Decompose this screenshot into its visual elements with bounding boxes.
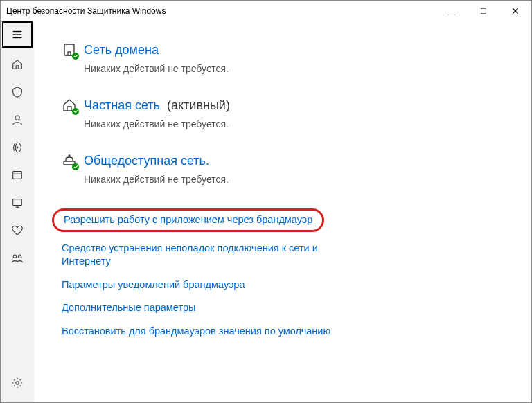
firewall-links: Разрешить работу с приложением через бра… (62, 208, 517, 338)
status-ok-badge (72, 108, 79, 115)
svg-rect-7 (13, 199, 22, 206)
link-advanced[interactable]: Дополнительные параметры (62, 301, 353, 315)
window-title: Центр безопасности Защитника Windows (6, 6, 436, 16)
svg-point-11 (18, 255, 21, 258)
sidebar-item-home[interactable] (1, 51, 34, 78)
sidebar-item-virus[interactable] (1, 78, 34, 106)
domain-network-title: Сеть домена (84, 43, 159, 57)
link-troubleshoot[interactable]: Средство устранения неполадок подключени… (62, 242, 353, 269)
private-network-active-label: (активный) (167, 98, 230, 113)
sidebar-item-health[interactable] (1, 217, 34, 244)
public-network-desc: Никаких действий не требуется. (84, 174, 517, 185)
sidebar (1, 21, 34, 402)
sidebar-item-device[interactable] (1, 189, 34, 217)
svg-point-12 (16, 382, 19, 385)
sidebar-item-firewall[interactable] (1, 134, 34, 161)
titlebar: Центр безопасности Защитника Windows — ☐… (1, 1, 531, 21)
domain-network-desc: Никаких действий не требуется. (84, 63, 517, 74)
sidebar-item-settings[interactable] (1, 369, 34, 397)
section-public-network: Общедоступная сеть. Никаких действий не … (62, 153, 517, 185)
section-domain-network: Сеть домена Никаких действий не требуетс… (62, 42, 517, 74)
svg-point-4 (17, 147, 18, 148)
domain-network-icon (62, 42, 77, 57)
svg-point-3 (15, 116, 19, 120)
maximize-button[interactable]: ☐ (468, 1, 499, 21)
section-private-network: Частная сеть (активный) Никаких действий… (62, 98, 517, 129)
svg-rect-20 (68, 52, 71, 55)
private-network-title: Частная сеть (84, 98, 160, 113)
status-ok-badge (72, 53, 79, 60)
link-allow-app[interactable]: Разрешить работу с приложением через бра… (62, 208, 353, 232)
public-network-icon (62, 153, 77, 168)
svg-rect-5 (13, 172, 22, 179)
svg-point-22 (69, 155, 70, 156)
link-restore[interactable]: Восстановить для брандмауэров значения п… (62, 325, 353, 339)
minimize-button[interactable]: — (436, 1, 468, 21)
status-ok-badge (72, 163, 79, 170)
link-notifications[interactable]: Параметры уведомлений брандмауэра (62, 278, 353, 292)
main-content: Сеть домена Никаких действий не требуетс… (34, 21, 531, 402)
hamburger-menu-button[interactable] (2, 21, 33, 48)
svg-point-10 (13, 255, 17, 258)
sidebar-item-account[interactable] (1, 106, 34, 134)
window-controls: — ☐ ✕ (436, 1, 531, 21)
public-network-title: Общедоступная сеть. (84, 154, 209, 168)
sidebar-item-app-browser[interactable] (1, 161, 34, 189)
private-network-desc: Никаких действий не требуется. (84, 118, 517, 129)
highlight-ring: Разрешить работу с приложением через бра… (52, 208, 324, 232)
sidebar-item-family[interactable] (1, 244, 34, 272)
close-button[interactable]: ✕ (499, 1, 531, 21)
private-network-icon (62, 98, 77, 113)
